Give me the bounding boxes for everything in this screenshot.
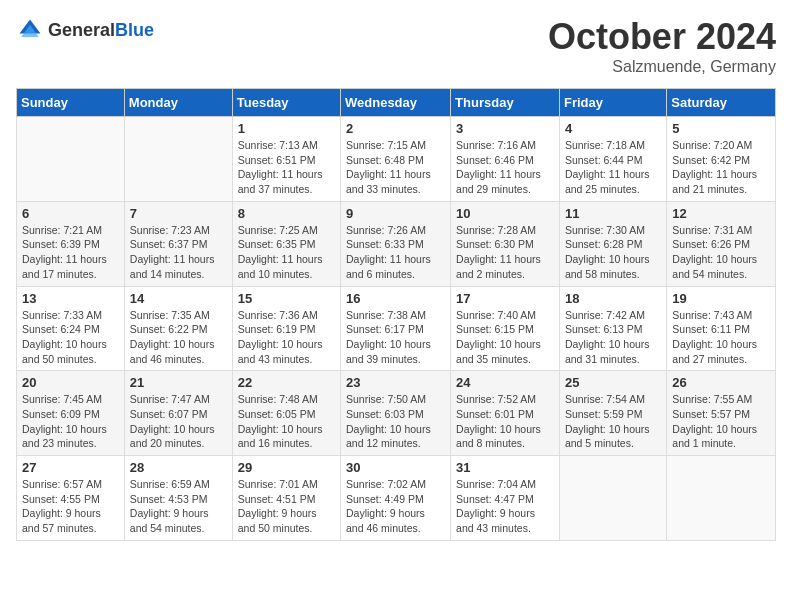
calendar-cell: 25Sunrise: 7:54 AMSunset: 5:59 PMDayligh… [559, 371, 666, 456]
calendar-cell: 6Sunrise: 7:21 AMSunset: 6:39 PMDaylight… [17, 201, 125, 286]
day-info: Sunrise: 7:15 AMSunset: 6:48 PMDaylight:… [346, 138, 445, 197]
day-number: 8 [238, 206, 335, 221]
day-info: Sunrise: 7:31 AMSunset: 6:26 PMDaylight:… [672, 223, 770, 282]
calendar-cell: 2Sunrise: 7:15 AMSunset: 6:48 PMDaylight… [341, 117, 451, 202]
calendar-cell: 9Sunrise: 7:26 AMSunset: 6:33 PMDaylight… [341, 201, 451, 286]
day-info: Sunrise: 7:28 AMSunset: 6:30 PMDaylight:… [456, 223, 554, 282]
header-day-monday: Monday [124, 89, 232, 117]
header-day-tuesday: Tuesday [232, 89, 340, 117]
day-number: 23 [346, 375, 445, 390]
week-row-2: 6Sunrise: 7:21 AMSunset: 6:39 PMDaylight… [17, 201, 776, 286]
calendar-cell [17, 117, 125, 202]
calendar-cell: 11Sunrise: 7:30 AMSunset: 6:28 PMDayligh… [559, 201, 666, 286]
day-number: 31 [456, 460, 554, 475]
month-title: October 2024 [548, 16, 776, 58]
day-info: Sunrise: 7:23 AMSunset: 6:37 PMDaylight:… [130, 223, 227, 282]
day-info: Sunrise: 7:38 AMSunset: 6:17 PMDaylight:… [346, 308, 445, 367]
day-number: 9 [346, 206, 445, 221]
day-info: Sunrise: 7:36 AMSunset: 6:19 PMDaylight:… [238, 308, 335, 367]
day-number: 29 [238, 460, 335, 475]
calendar-cell: 4Sunrise: 7:18 AMSunset: 6:44 PMDaylight… [559, 117, 666, 202]
week-row-3: 13Sunrise: 7:33 AMSunset: 6:24 PMDayligh… [17, 286, 776, 371]
day-number: 7 [130, 206, 227, 221]
day-number: 25 [565, 375, 661, 390]
day-number: 1 [238, 121, 335, 136]
calendar-cell: 26Sunrise: 7:55 AMSunset: 5:57 PMDayligh… [667, 371, 776, 456]
calendar-cell: 13Sunrise: 7:33 AMSunset: 6:24 PMDayligh… [17, 286, 125, 371]
day-info: Sunrise: 7:30 AMSunset: 6:28 PMDaylight:… [565, 223, 661, 282]
day-number: 3 [456, 121, 554, 136]
calendar-cell: 22Sunrise: 7:48 AMSunset: 6:05 PMDayligh… [232, 371, 340, 456]
calendar-cell: 23Sunrise: 7:50 AMSunset: 6:03 PMDayligh… [341, 371, 451, 456]
header: GeneralBlue October 2024 Salzmuende, Ger… [16, 16, 776, 76]
calendar-cell [667, 456, 776, 541]
day-number: 27 [22, 460, 119, 475]
day-number: 5 [672, 121, 770, 136]
day-info: Sunrise: 7:04 AMSunset: 4:47 PMDaylight:… [456, 477, 554, 536]
day-info: Sunrise: 6:57 AMSunset: 4:55 PMDaylight:… [22, 477, 119, 536]
day-number: 15 [238, 291, 335, 306]
week-row-5: 27Sunrise: 6:57 AMSunset: 4:55 PMDayligh… [17, 456, 776, 541]
calendar-cell: 20Sunrise: 7:45 AMSunset: 6:09 PMDayligh… [17, 371, 125, 456]
day-number: 17 [456, 291, 554, 306]
day-info: Sunrise: 7:21 AMSunset: 6:39 PMDaylight:… [22, 223, 119, 282]
calendar-cell: 3Sunrise: 7:16 AMSunset: 6:46 PMDaylight… [451, 117, 560, 202]
calendar-cell: 7Sunrise: 7:23 AMSunset: 6:37 PMDaylight… [124, 201, 232, 286]
day-info: Sunrise: 7:16 AMSunset: 6:46 PMDaylight:… [456, 138, 554, 197]
calendar-cell: 8Sunrise: 7:25 AMSunset: 6:35 PMDaylight… [232, 201, 340, 286]
calendar-cell: 19Sunrise: 7:43 AMSunset: 6:11 PMDayligh… [667, 286, 776, 371]
day-info: Sunrise: 7:02 AMSunset: 4:49 PMDaylight:… [346, 477, 445, 536]
day-number: 22 [238, 375, 335, 390]
header-day-saturday: Saturday [667, 89, 776, 117]
calendar-cell [124, 117, 232, 202]
calendar-cell: 16Sunrise: 7:38 AMSunset: 6:17 PMDayligh… [341, 286, 451, 371]
day-info: Sunrise: 7:40 AMSunset: 6:15 PMDaylight:… [456, 308, 554, 367]
day-info: Sunrise: 7:45 AMSunset: 6:09 PMDaylight:… [22, 392, 119, 451]
day-info: Sunrise: 7:42 AMSunset: 6:13 PMDaylight:… [565, 308, 661, 367]
day-number: 16 [346, 291, 445, 306]
day-info: Sunrise: 6:59 AMSunset: 4:53 PMDaylight:… [130, 477, 227, 536]
calendar-cell: 15Sunrise: 7:36 AMSunset: 6:19 PMDayligh… [232, 286, 340, 371]
day-info: Sunrise: 7:55 AMSunset: 5:57 PMDaylight:… [672, 392, 770, 451]
logo-icon [16, 16, 44, 44]
day-info: Sunrise: 7:33 AMSunset: 6:24 PMDaylight:… [22, 308, 119, 367]
day-number: 24 [456, 375, 554, 390]
day-number: 2 [346, 121, 445, 136]
day-info: Sunrise: 7:50 AMSunset: 6:03 PMDaylight:… [346, 392, 445, 451]
day-number: 20 [22, 375, 119, 390]
day-number: 13 [22, 291, 119, 306]
calendar-cell: 29Sunrise: 7:01 AMSunset: 4:51 PMDayligh… [232, 456, 340, 541]
calendar-table: SundayMondayTuesdayWednesdayThursdayFrid… [16, 88, 776, 541]
calendar-cell: 10Sunrise: 7:28 AMSunset: 6:30 PMDayligh… [451, 201, 560, 286]
header-day-friday: Friday [559, 89, 666, 117]
day-number: 6 [22, 206, 119, 221]
day-info: Sunrise: 7:20 AMSunset: 6:42 PMDaylight:… [672, 138, 770, 197]
header-day-wednesday: Wednesday [341, 89, 451, 117]
calendar-cell: 5Sunrise: 7:20 AMSunset: 6:42 PMDaylight… [667, 117, 776, 202]
day-info: Sunrise: 7:13 AMSunset: 6:51 PMDaylight:… [238, 138, 335, 197]
week-row-1: 1Sunrise: 7:13 AMSunset: 6:51 PMDaylight… [17, 117, 776, 202]
day-info: Sunrise: 7:25 AMSunset: 6:35 PMDaylight:… [238, 223, 335, 282]
title-section: October 2024 Salzmuende, Germany [548, 16, 776, 76]
day-number: 4 [565, 121, 661, 136]
day-number: 10 [456, 206, 554, 221]
day-info: Sunrise: 7:47 AMSunset: 6:07 PMDaylight:… [130, 392, 227, 451]
day-info: Sunrise: 7:35 AMSunset: 6:22 PMDaylight:… [130, 308, 227, 367]
day-number: 28 [130, 460, 227, 475]
day-info: Sunrise: 7:01 AMSunset: 4:51 PMDaylight:… [238, 477, 335, 536]
calendar-cell: 1Sunrise: 7:13 AMSunset: 6:51 PMDaylight… [232, 117, 340, 202]
calendar-cell: 28Sunrise: 6:59 AMSunset: 4:53 PMDayligh… [124, 456, 232, 541]
day-number: 19 [672, 291, 770, 306]
day-info: Sunrise: 7:48 AMSunset: 6:05 PMDaylight:… [238, 392, 335, 451]
header-day-thursday: Thursday [451, 89, 560, 117]
day-number: 11 [565, 206, 661, 221]
header-row: SundayMondayTuesdayWednesdayThursdayFrid… [17, 89, 776, 117]
day-info: Sunrise: 7:43 AMSunset: 6:11 PMDaylight:… [672, 308, 770, 367]
calendar-cell: 27Sunrise: 6:57 AMSunset: 4:55 PMDayligh… [17, 456, 125, 541]
logo: GeneralBlue [16, 16, 154, 44]
week-row-4: 20Sunrise: 7:45 AMSunset: 6:09 PMDayligh… [17, 371, 776, 456]
calendar-cell: 14Sunrise: 7:35 AMSunset: 6:22 PMDayligh… [124, 286, 232, 371]
logo-text-blue: Blue [115, 20, 154, 40]
header-day-sunday: Sunday [17, 89, 125, 117]
calendar-cell: 30Sunrise: 7:02 AMSunset: 4:49 PMDayligh… [341, 456, 451, 541]
